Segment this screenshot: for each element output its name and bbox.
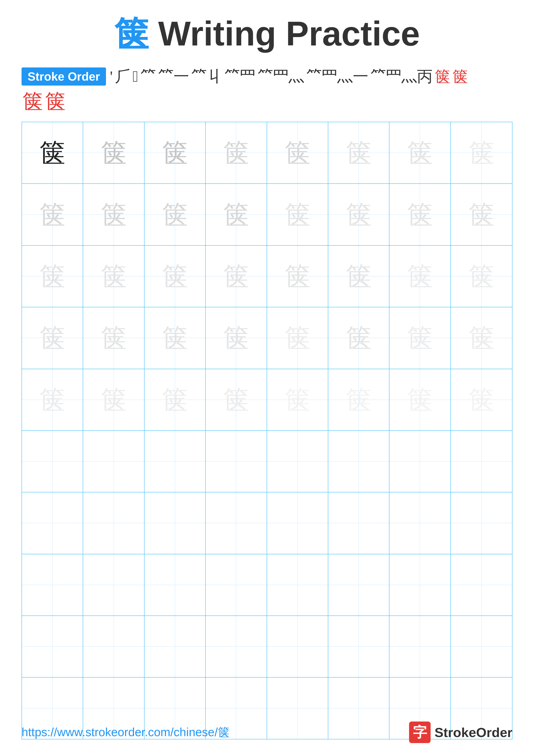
grid-cell-2-2[interactable]: 箧 xyxy=(83,184,144,245)
grid-cell-6-4[interactable] xyxy=(206,431,267,492)
grid-cell-3-6[interactable]: 箧 xyxy=(328,246,390,307)
grid-cell-7-4[interactable] xyxy=(206,493,267,554)
grid-cell-9-8[interactable] xyxy=(451,616,512,677)
grid-cell-5-2[interactable]: 箧 xyxy=(83,369,144,430)
grid-cell-3-7[interactable]: 箧 xyxy=(390,246,451,307)
grid-row-6 xyxy=(22,431,512,493)
grid-cell-3-4[interactable]: 箧 xyxy=(206,246,267,307)
grid-cell-6-3[interactable] xyxy=(144,431,206,492)
grid-cell-2-3[interactable]: 箧 xyxy=(144,184,206,245)
grid-cell-5-5[interactable]: 箧 xyxy=(267,369,328,430)
grid-cell-2-5[interactable]: 箧 xyxy=(267,184,328,245)
grid-cell-4-4[interactable]: 箧 xyxy=(206,307,267,368)
grid-cell-3-2[interactable]: 箧 xyxy=(83,246,144,307)
stroke-1: ' xyxy=(110,69,113,84)
practice-char: 箧 xyxy=(407,202,433,228)
grid-cell-1-4[interactable]: 箧 xyxy=(206,122,267,183)
grid-cell-6-8[interactable] xyxy=(451,431,512,492)
grid-cell-5-6[interactable]: 箧 xyxy=(328,369,390,430)
grid-cell-1-5[interactable]: 箧 xyxy=(267,122,328,183)
grid-cell-9-6[interactable] xyxy=(328,616,390,677)
grid-cell-1-8[interactable]: 箧 xyxy=(451,122,512,183)
grid-cell-8-1[interactable] xyxy=(22,554,83,615)
grid-cell-2-1[interactable]: 箧 xyxy=(22,184,83,245)
grid-cell-1-7[interactable]: 箧 xyxy=(390,122,451,183)
grid-cell-4-6[interactable]: 箧 xyxy=(328,307,390,368)
grid-cell-3-1[interactable]: 箧 xyxy=(22,246,83,307)
grid-cell-9-7[interactable] xyxy=(390,616,451,677)
grid-cell-7-5[interactable] xyxy=(267,493,328,554)
stroke-order-section: Stroke Order ' ⺁ 𠃌 ⺮ ⺮一 ⺮丩 ⺮⺫ ⺮⺫⺣ ⺮⺫⺣一 ⺮… xyxy=(21,68,513,115)
extra-char-1: 箧 xyxy=(22,88,43,115)
grid-cell-5-7[interactable]: 箧 xyxy=(390,369,451,430)
grid-cell-1-3[interactable]: 箧 xyxy=(144,122,206,183)
practice-char: 箧 xyxy=(39,140,65,166)
grid-cell-4-5[interactable]: 箧 xyxy=(267,307,328,368)
grid-row-9 xyxy=(22,616,512,678)
practice-char: 箧 xyxy=(39,263,65,289)
grid-cell-2-4[interactable]: 箧 xyxy=(206,184,267,245)
grid-cell-3-3[interactable]: 箧 xyxy=(144,246,206,307)
grid-cell-7-7[interactable] xyxy=(390,493,451,554)
grid-cell-8-7[interactable] xyxy=(390,554,451,615)
grid-cell-5-1[interactable]: 箧 xyxy=(22,369,83,430)
grid-cell-8-5[interactable] xyxy=(267,554,328,615)
grid-cell-1-1[interactable]: 箧 xyxy=(22,122,83,183)
grid-cell-8-2[interactable] xyxy=(83,554,144,615)
grid-cell-6-7[interactable] xyxy=(390,431,451,492)
grid-cell-8-8[interactable] xyxy=(451,554,512,615)
grid-cell-5-4[interactable]: 箧 xyxy=(206,369,267,430)
grid-cell-4-2[interactable]: 箧 xyxy=(83,307,144,368)
practice-char: 箧 xyxy=(101,325,127,351)
grid-cell-6-1[interactable] xyxy=(22,431,83,492)
grid-cell-1-2[interactable]: 箧 xyxy=(83,122,144,183)
grid-cell-2-8[interactable]: 箧 xyxy=(451,184,512,245)
footer-logo-name: StrokeOrder xyxy=(435,725,513,740)
practice-char: 箧 xyxy=(346,140,371,166)
grid-cell-4-8[interactable]: 箧 xyxy=(451,307,512,368)
grid-cell-2-6[interactable]: 箧 xyxy=(328,184,390,245)
grid-cell-9-4[interactable] xyxy=(206,616,267,677)
stroke-8: ⺮⺫⺣ xyxy=(258,69,304,84)
grid-cell-8-4[interactable] xyxy=(206,554,267,615)
grid-cell-9-3[interactable] xyxy=(144,616,206,677)
practice-char: 箧 xyxy=(39,325,65,351)
grid-cell-6-2[interactable] xyxy=(83,431,144,492)
footer-logo: 字 StrokeOrder xyxy=(409,721,513,743)
grid-cell-6-6[interactable] xyxy=(328,431,390,492)
practice-char: 箧 xyxy=(162,140,188,166)
practice-char: 箧 xyxy=(346,387,371,413)
practice-char: 箧 xyxy=(407,263,433,289)
stroke-11: 箧 xyxy=(435,69,450,84)
practice-char: 箧 xyxy=(407,325,433,351)
grid-cell-9-1[interactable] xyxy=(22,616,83,677)
grid-cell-1-6[interactable]: 箧 xyxy=(328,122,390,183)
grid-cell-7-8[interactable] xyxy=(451,493,512,554)
grid-cell-7-6[interactable] xyxy=(328,493,390,554)
stroke-order-badge: Stroke Order xyxy=(21,68,106,86)
practice-char: 箧 xyxy=(101,140,127,166)
grid-cell-5-8[interactable]: 箧 xyxy=(451,369,512,430)
stroke-6: ⺮丩 xyxy=(191,69,222,84)
stroke-chars: ' ⺁ 𠃌 ⺮ ⺮一 ⺮丩 ⺮⺫ ⺮⺫⺣ ⺮⺫⺣一 ⺮⺫⺣丙 箧 箧 xyxy=(110,69,468,84)
grid-cell-5-3[interactable]: 箧 xyxy=(144,369,206,430)
grid-cell-3-5[interactable]: 箧 xyxy=(267,246,328,307)
grid-cell-6-5[interactable] xyxy=(267,431,328,492)
grid-cell-7-1[interactable] xyxy=(22,493,83,554)
grid-cell-8-6[interactable] xyxy=(328,554,390,615)
grid-cell-4-3[interactable]: 箧 xyxy=(144,307,206,368)
practice-char: 箧 xyxy=(223,140,249,166)
stroke-12: 箧 xyxy=(452,69,468,84)
practice-char: 箧 xyxy=(407,387,433,413)
grid-cell-4-1[interactable]: 箧 xyxy=(22,307,83,368)
grid-cell-3-8[interactable]: 箧 xyxy=(451,246,512,307)
grid-cell-7-2[interactable] xyxy=(83,493,144,554)
grid-cell-9-5[interactable] xyxy=(267,616,328,677)
grid-cell-4-7[interactable]: 箧 xyxy=(390,307,451,368)
grid-cell-7-3[interactable] xyxy=(144,493,206,554)
practice-char: 箧 xyxy=(223,263,249,289)
footer-url[interactable]: https://www.strokeorder.com/chinese/箧 xyxy=(21,724,230,740)
grid-cell-8-3[interactable] xyxy=(144,554,206,615)
grid-cell-2-7[interactable]: 箧 xyxy=(390,184,451,245)
grid-cell-9-2[interactable] xyxy=(83,616,144,677)
